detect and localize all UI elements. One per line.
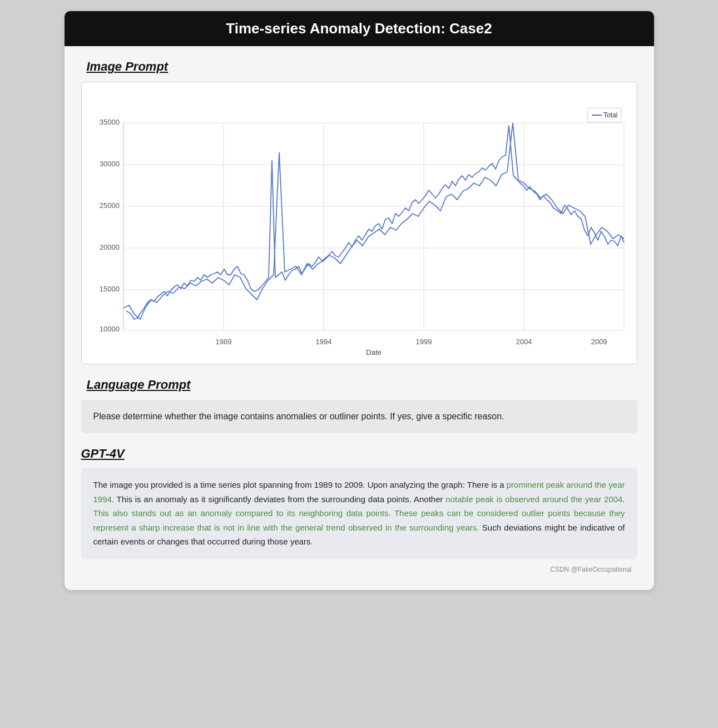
chart-overlay	[93, 91, 638, 358]
gpt-response-box: The image you provided is a time series …	[81, 468, 637, 559]
page-title: Time-series Anomaly Detection: Case2	[76, 20, 643, 37]
image-prompt-label: Image Prompt	[87, 60, 632, 74]
watermark: CSDN @FakeOccupational	[65, 566, 632, 573]
chart-container: 35000 30000 25000 20000 15000 10000 1989…	[81, 82, 637, 364]
language-prompt-text: Please determine whether the image conta…	[93, 412, 504, 421]
gpt-section: GPT-4V The image you provided is a time …	[81, 447, 637, 559]
language-prompt-box: Please determine whether the image conta…	[81, 400, 637, 433]
gpt-text-part1: The image you provided is a time series …	[93, 480, 507, 489]
gpt-text-green2: notable peak is observed around the year…	[445, 494, 622, 504]
title-bar: Time-series Anomaly Detection: Case2	[65, 11, 654, 46]
language-prompt-label: Language Prompt	[87, 378, 632, 392]
gpt-text-part3: .	[622, 494, 625, 504]
gpt-text-part2: . This is an anomaly as it significantly…	[112, 494, 445, 504]
main-card: Time-series Anomaly Detection: Case2 Ima…	[65, 11, 654, 590]
gpt-label: GPT-4V	[81, 447, 637, 461]
